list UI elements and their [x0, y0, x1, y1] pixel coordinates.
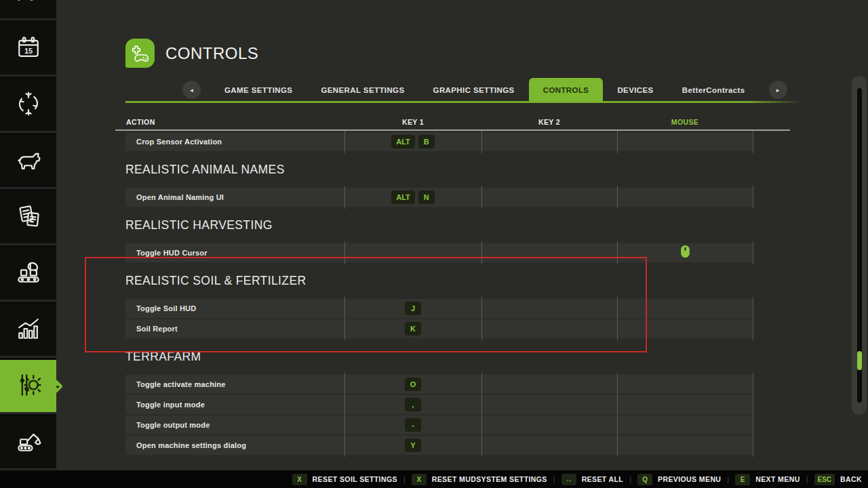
control-row[interactable]: Soil ReportK	[125, 319, 753, 338]
column-separator	[617, 130, 618, 153]
section-rows: Open Animal Naming UIALTN	[125, 188, 753, 207]
column-separator	[753, 297, 753, 340]
key1-cell[interactable]: ALTN	[344, 190, 481, 204]
construction-icon	[14, 426, 43, 459]
column-header-action: ACTION	[126, 118, 155, 126]
footer-keycap: Q	[637, 474, 652, 485]
control-row[interactable]: Toggle Soil HUDJ	[125, 299, 753, 318]
section-title: TERRAFARM	[125, 350, 753, 364]
calendar-icon: 15	[14, 33, 43, 65]
key1-cell[interactable]: ALTB	[344, 135, 481, 148]
tab-bettercontracts[interactable]: BetterContracts	[668, 78, 760, 102]
column-separator	[617, 373, 618, 457]
footer-keycap: E	[735, 474, 750, 485]
map-icon	[14, 0, 43, 9]
section-rows: Toggle activate machineOToggle input mod…	[125, 375, 753, 455]
keycap: B	[418, 135, 435, 148]
key1-cell[interactable]: Y	[344, 439, 481, 452]
column-header-mouse: MOUSE	[617, 118, 753, 126]
scrollbar-track[interactable]	[857, 88, 862, 403]
crop-rotation-icon	[14, 89, 43, 121]
animals-icon	[14, 145, 43, 178]
column-separator	[344, 186, 345, 209]
keycap: ALT	[391, 135, 415, 148]
section-title: REALISTIC ANIMAL NAMES	[125, 163, 753, 177]
tabs-prev-button[interactable]: ◂	[182, 81, 201, 99]
keycap: -	[405, 418, 421, 432]
column-separator	[481, 297, 482, 340]
action-label: Open Animal Naming UI	[125, 193, 344, 201]
page-header: CONTROLS	[125, 39, 258, 68]
column-separator	[753, 130, 753, 153]
keycap: K	[405, 322, 421, 336]
sidebar-item-animals[interactable]	[0, 135, 56, 189]
footer-action-reset-soil-settings[interactable]: XRESET SOIL SETTINGS	[292, 474, 397, 485]
control-row[interactable]: Open Animal Naming UIALTN	[125, 188, 753, 207]
footer-divider: |	[727, 475, 729, 483]
sidebar-item-map[interactable]	[0, 0, 56, 20]
column-separator	[753, 373, 753, 457]
tab-game-settings[interactable]: GAME SETTINGS	[210, 78, 307, 102]
header-separator	[115, 129, 790, 131]
page-title: CONTROLS	[165, 44, 258, 63]
footer-label: PREVIOUS MENU	[658, 475, 721, 483]
column-separator	[617, 241, 618, 264]
column-separator	[753, 186, 753, 209]
tab-devices[interactable]: DEVICES	[603, 78, 667, 102]
sidebar-item-construction[interactable]	[0, 416, 56, 470]
key1-cell[interactable]: J	[344, 302, 481, 315]
mouse-cell[interactable]	[617, 245, 753, 261]
key1-cell[interactable]: K	[344, 322, 481, 336]
keycap: ,	[405, 398, 421, 411]
tab-graphic-settings[interactable]: GRAPHIC SETTINGS	[419, 78, 529, 102]
mouse-icon	[680, 245, 690, 261]
keycap: N	[418, 190, 435, 204]
gamepad-icon	[125, 39, 155, 68]
sidebar-item-contracts[interactable]	[0, 191, 56, 245]
action-label: Toggle HUD Cursor	[125, 249, 344, 257]
sidebar-item-settings[interactable]: ▸	[0, 360, 56, 414]
scrollbar-thumb[interactable]	[857, 351, 862, 370]
left-sidebar: 15▸	[0, 0, 56, 470]
key1-cell[interactable]: -	[344, 418, 481, 432]
sidebar-item-statistics[interactable]	[0, 304, 56, 358]
footer-action-reset-all[interactable]: ↔RESET ALL	[561, 474, 624, 485]
action-label: Open machine settings dialog	[125, 441, 344, 449]
control-row[interactable]: Toggle input mode,	[125, 395, 753, 414]
tab-controls[interactable]: CONTROLS	[529, 78, 604, 102]
footer-label: BACK	[840, 475, 862, 483]
tab-general-settings[interactable]: GENERAL SETTINGS	[307, 78, 418, 102]
key1-cell[interactable]: O	[344, 378, 481, 391]
control-row[interactable]: Toggle HUD Cursor	[125, 243, 753, 262]
column-separator	[617, 186, 618, 209]
footer-action-reset-mudsystem-settings[interactable]: XRESET MUDSYSTEM SETTINGS	[412, 474, 547, 485]
sidebar-item-calendar[interactable]: 15	[0, 22, 56, 77]
footer-action-previous-menu[interactable]: QPREVIOUS MENU	[637, 474, 721, 485]
control-row[interactable]: Toggle output mode-	[125, 415, 753, 434]
svg-text:15: 15	[24, 47, 32, 55]
keycap: ALT	[391, 190, 415, 204]
footer-keycap: X	[292, 474, 307, 485]
action-label: Crop Sensor Activation	[125, 138, 344, 146]
control-row[interactable]: Crop Sensor ActivationALTB	[125, 132, 753, 151]
footer-divider: |	[553, 475, 555, 483]
keycap: J	[405, 302, 421, 315]
settings-tabbar: ◂GAME SETTINGSGENERAL SETTINGSGRAPHIC SE…	[173, 78, 797, 102]
footer-action-next-menu[interactable]: ENEXT MENU	[735, 474, 800, 485]
control-row[interactable]: Open machine settings dialogY	[125, 436, 753, 455]
column-separator	[481, 186, 482, 209]
control-row[interactable]: Toggle activate machineO	[125, 375, 753, 394]
column-separator	[344, 241, 345, 264]
statistics-icon	[14, 314, 43, 346]
action-label: Toggle Soil HUD	[125, 304, 344, 312]
column-header-key2: KEY 2	[481, 118, 617, 126]
key1-cell[interactable]: ,	[344, 398, 481, 411]
settings-icon	[14, 370, 43, 403]
footer-action-back[interactable]: ESCBACK	[814, 474, 863, 485]
section-title: REALISTIC SOIL & FERTILIZER	[125, 274, 753, 288]
tabs-next-button[interactable]: ▸	[769, 81, 787, 99]
column-separator	[753, 241, 753, 264]
sidebar-item-crop-rotation[interactable]	[0, 79, 56, 133]
sidebar-item-production[interactable]	[0, 247, 56, 302]
column-separator	[481, 373, 482, 457]
